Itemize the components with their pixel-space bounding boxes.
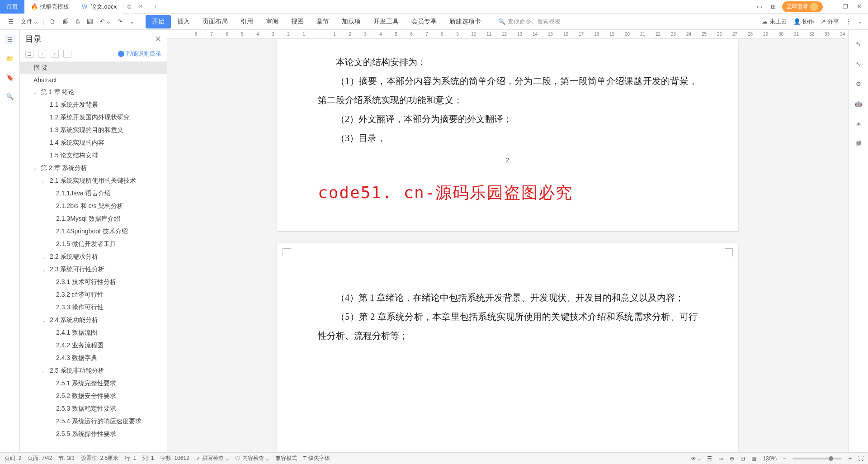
cloud-status[interactable]: ☁未上云 — [762, 18, 787, 26]
status-setvalue[interactable]: 设置值: 2.5厘米 — [81, 455, 118, 462]
smart-outline-button[interactable]: 智能识别目录 — [118, 50, 161, 58]
outline-item[interactable]: 2.3.2 经济可行性 — [20, 289, 167, 301]
outline-item[interactable]: 1.2 系统开发国内外现状研究 — [20, 111, 167, 124]
outline-item[interactable]: Abstract — [20, 74, 167, 86]
tab-external-icon[interactable]: ⧉ — [123, 0, 135, 14]
view-mode-5-icon[interactable]: ▦ — [751, 455, 756, 462]
collapse-ribbon-icon[interactable]: ⌄ — [858, 18, 863, 25]
outline-item[interactable]: 2.4.1 数据流图 — [20, 327, 167, 339]
minimize-icon[interactable]: — — [827, 2, 836, 11]
status-content-check[interactable]: 🛡内容检查 ⌵ — [235, 455, 269, 462]
outline-item[interactable]: ⌵第 2 章 系统分析 — [20, 162, 167, 175]
page-rail-icon[interactable]: 🗐 — [854, 138, 863, 148]
menu-layout[interactable]: 页面布局 — [196, 15, 234, 28]
outline-item[interactable]: ⌵2.1 系统实现所使用的关键技术 — [20, 175, 167, 187]
status-page-code[interactable]: 页码: 2 — [5, 455, 21, 462]
outline-item[interactable]: 2.1.3Mysql 数据库介绍 — [20, 213, 167, 225]
menu-chapter[interactable]: 章节 — [310, 15, 335, 28]
outline-item[interactable]: 2.1.2b/s 和 c/s 架构分析 — [20, 200, 167, 213]
outline-item[interactable]: ⌵2.4 系统功能分析 — [20, 314, 167, 327]
tab-doke-templates[interactable]: 🔥找稻壳模板 — [24, 0, 75, 14]
cursor-rail-icon[interactable]: ↖ — [854, 59, 863, 69]
status-font-missing[interactable]: T缺失字体 — [303, 455, 330, 462]
settings-rail-icon[interactable]: ⚙ — [854, 79, 863, 89]
outline-item[interactable]: 2.4.3 数据字典 — [20, 352, 167, 365]
status-words[interactable]: 字数: 10612 — [160, 455, 189, 462]
status-col[interactable]: 列: 1 — [142, 455, 154, 462]
menu-view[interactable]: 视图 — [285, 15, 310, 28]
status-pages[interactable]: 页面: 7/42 — [28, 455, 52, 462]
diamond-rail-icon[interactable]: ◈ — [854, 118, 863, 128]
status-compat[interactable]: 兼容模式 — [275, 455, 297, 462]
view-mode-1-icon[interactable]: ☰ — [707, 455, 712, 462]
outline-item[interactable]: ⌵2.5 系统非功能分析 — [20, 365, 167, 377]
tab-home[interactable]: 首页 — [0, 0, 24, 14]
folder-rail-icon[interactable]: 📁 — [5, 53, 15, 63]
tab-close[interactable]: ✕ — [135, 0, 147, 14]
outline-item[interactable]: 2.5.1 系统完整性要求 — [20, 377, 167, 390]
zoom-value[interactable]: 130% — [763, 455, 777, 462]
outline-item[interactable]: 1.5 论文结构安排 — [20, 149, 167, 162]
outline-item[interactable]: 2.1.4Springboot 技术介绍 — [20, 225, 167, 238]
pages-scroll[interactable]: 本论文的结构安排为： （1）摘要，本部分内容为系统的简单介绍，分为二段，第一段简… — [167, 39, 848, 452]
outline-item[interactable]: 2.3.1 技术可行性分析 — [20, 276, 167, 289]
outline-item[interactable]: 2.4.2 业务流程图 — [20, 339, 167, 352]
outline-item[interactable]: 2.5.5 系统操作性要求 — [20, 428, 167, 440]
close-window-icon[interactable]: ✕ — [854, 2, 863, 11]
ai-rail-icon[interactable]: 🤖 — [854, 99, 863, 109]
outline-rail-icon[interactable]: ☰ — [5, 34, 15, 44]
outline-item[interactable]: ⌵2.2 系统需求分析 — [20, 251, 167, 263]
zoom-slider[interactable] — [793, 458, 842, 459]
outline-item[interactable]: 2.3.3 操作可行性 — [20, 301, 167, 314]
grid-icon[interactable]: ⊞ — [769, 2, 778, 11]
view-mode-4-icon[interactable]: ⊡ — [741, 455, 745, 462]
menu-devtools[interactable]: 开发工具 — [367, 15, 405, 28]
outline-item[interactable]: ⌵2.3 系统可行性分析 — [20, 263, 167, 276]
view-mode-2-icon[interactable]: ▭ — [718, 455, 723, 462]
outline-item[interactable]: 2.1.5 微信开发者工具 — [20, 238, 167, 251]
outline-item[interactable]: 2.5.2 数据安全性要求 — [20, 390, 167, 402]
preview-icon[interactable]: 🗟 — [84, 16, 95, 27]
search-rail-icon[interactable]: 🔍 — [5, 91, 15, 101]
redo-icon[interactable]: ↷ — [115, 16, 125, 27]
status-row[interactable]: 行: 1 — [125, 455, 136, 462]
menu-references[interactable]: 引用 — [234, 15, 259, 28]
collab-button[interactable]: 👤协作 — [793, 18, 814, 26]
pen-rail-icon[interactable]: ✎ — [854, 39, 863, 49]
outline-item[interactable]: 1.4 系统实现的内容 — [20, 137, 167, 149]
menu-insert[interactable]: 插入 — [171, 15, 196, 28]
tab-document[interactable]: W论文.docx — [75, 0, 123, 14]
menu-icon[interactable]: ☰ — [5, 16, 16, 27]
more-icon[interactable]: ⋮ — [845, 18, 851, 25]
outline-tool-add[interactable]: + — [51, 50, 59, 58]
outline-item[interactable]: 2.5.3 数据稳定性要求 — [20, 402, 167, 415]
menu-addins[interactable]: 加载项 — [335, 15, 367, 28]
command-search[interactable]: 🔍查找命令、搜索模板 — [498, 18, 561, 26]
outline-item[interactable]: ⌵第 1 章 绪论 — [20, 86, 167, 99]
outline-tool-expand[interactable]: + — [38, 50, 46, 58]
zoom-out-icon[interactable]: − — [783, 455, 786, 462]
menu-review[interactable]: 审阅 — [259, 15, 285, 28]
menu-member[interactable]: 会员专享 — [405, 15, 443, 28]
ruler[interactable]: 8765432112345678910111213141516171819202… — [167, 30, 848, 39]
outline-item[interactable]: 2.1.1Java 语言介绍 — [20, 187, 167, 200]
save-as-icon[interactable]: 🗐 — [60, 16, 71, 27]
file-menu[interactable]: 文件 ⌵ — [18, 16, 40, 28]
zoom-in-icon[interactable]: + — [849, 455, 852, 462]
eye-icon[interactable]: 👁 ⌵ — [691, 455, 701, 462]
print-icon[interactable]: ⎙ — [73, 16, 82, 27]
outline-item[interactable]: 1.3 系统实现的目的和意义 — [20, 124, 167, 137]
save-icon[interactable]: 🗋 — [47, 16, 58, 27]
status-section[interactable]: 节: 3/3 — [58, 455, 74, 462]
bookmark-rail-icon[interactable]: 🔖 — [5, 72, 15, 82]
status-spellcheck[interactable]: ✓拼写检查 ⌵ — [196, 455, 229, 462]
outline-close-icon[interactable]: ✕ — [155, 34, 161, 44]
outline-item[interactable]: 1.1 系统开发背景 — [20, 99, 167, 111]
outline-item[interactable]: 2.5.4 系统运行的响应速度要求 — [20, 415, 167, 428]
share-button[interactable]: ↗分享 — [821, 18, 839, 26]
toolbar-dropdown-icon[interactable]: ⌄ — [127, 16, 137, 27]
login-button[interactable]: 立即登录 — [782, 1, 823, 12]
outline-tool-collapse[interactable]: − — [63, 50, 71, 58]
menu-start[interactable]: 开始 — [146, 15, 171, 28]
fullscreen-icon[interactable]: ⛶ — [858, 455, 863, 462]
